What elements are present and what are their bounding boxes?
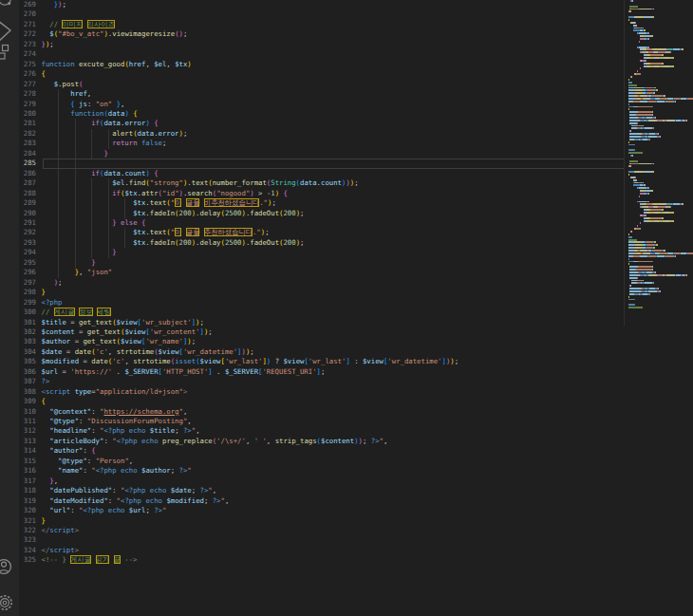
line-number[interactable]: 280 <box>19 109 36 119</box>
settings-gear-icon[interactable] <box>0 592 17 613</box>
account-icon[interactable] <box>0 557 15 576</box>
code-line[interactable]: 293 $tx.fadeIn(200).delay(2500).fadeOut(… <box>19 238 624 248</box>
line-number[interactable]: 325 <box>19 555 36 565</box>
code-line[interactable]: 317 }, <box>19 476 624 486</box>
line-number[interactable]: 308 <box>19 387 36 397</box>
code-line[interactable]: 312 "headline": "<?php echo $title; ?>", <box>19 426 624 436</box>
line-number[interactable]: 296 <box>19 268 36 277</box>
line-number[interactable]: 324 <box>19 546 36 555</box>
code-line[interactable]: 280 function(data) { <box>19 109 624 119</box>
line-number[interactable]: 282 <box>19 129 36 139</box>
current-code-line[interactable]: 285 <box>19 159 624 168</box>
line-number[interactable]: 277 <box>19 80 36 89</box>
code-line[interactable]: 319 "dateModified": "<?php echo $modifie… <box>19 496 624 506</box>
line-number[interactable]: 293 <box>19 238 36 248</box>
code-line[interactable]: 323 <box>19 535 624 545</box>
code-line[interactable]: 304$date = date('c', strtotime($view['wr… <box>19 347 624 357</box>
code-line[interactable]: 316 "name": "<?php echo $author; ?>" <box>19 466 624 476</box>
line-number[interactable]: 319 <box>19 496 36 506</box>
line-number[interactable]: 283 <box>19 139 36 148</box>
line-number[interactable]: 270 <box>19 9 36 19</box>
code-line[interactable]: 318 "datePublished": "<?php echo $date; … <box>19 486 624 495</box>
line-number[interactable]: 292 <box>19 228 36 237</box>
line-number[interactable]: 302 <box>19 327 36 337</box>
line-number[interactable]: 300 <box>19 308 36 317</box>
line-number[interactable]: 291 <box>19 218 36 228</box>
code-line[interactable]: 272 $("#bo_v_atc").viewimageresize(); <box>19 29 624 39</box>
code-line[interactable]: 298} <box>19 288 624 297</box>
line-number[interactable]: 281 <box>19 119 36 128</box>
code-line[interactable]: 269 }); <box>19 0 624 9</box>
code-line[interactable]: 300// 게시글 정보 세팅 <box>19 308 624 317</box>
code-line[interactable]: 288 if($tx.attr("id").search("nogood") >… <box>19 189 624 198</box>
line-number[interactable]: 276 <box>19 69 36 79</box>
line-number[interactable]: 297 <box>19 278 36 288</box>
code-line[interactable]: 282 alert(data.error); <box>19 129 624 139</box>
line-number[interactable]: 289 <box>19 198 36 208</box>
line-number[interactable]: 298 <box>19 288 36 297</box>
line-number[interactable]: 287 <box>19 178 36 188</box>
code-line[interactable]: 275function excute_good(href, $el, $tx) <box>19 60 624 69</box>
line-number[interactable]: 299 <box>19 298 36 308</box>
line-number[interactable]: 278 <box>19 89 36 99</box>
line-number[interactable]: 323 <box>19 535 36 545</box>
code-line[interactable]: 270 <box>19 9 624 19</box>
code-line[interactable]: 271 // 이미지 리사이즈 <box>19 20 624 29</box>
line-number[interactable]: 320 <box>19 506 36 515</box>
code-line[interactable]: 273}); <box>19 40 624 49</box>
line-number[interactable]: 315 <box>19 457 36 466</box>
code-line[interactable]: 313 "articleBody": "<?php echo preg_repl… <box>19 437 624 446</box>
line-number[interactable]: 272 <box>19 29 36 39</box>
line-number[interactable]: 310 <box>19 407 36 417</box>
code-line[interactable]: 295 } <box>19 258 624 268</box>
line-number[interactable]: 273 <box>19 40 36 49</box>
code-line[interactable]: 278 href, <box>19 89 624 99</box>
code-line[interactable]: 306$url = 'https://' . $_SERVER['HTTP_HO… <box>19 367 624 377</box>
chevron-run-icon[interactable] <box>0 19 13 44</box>
line-number[interactable]: 317 <box>19 476 36 486</box>
line-number[interactable]: 307 <box>19 377 36 386</box>
partial-circle-icon[interactable] <box>0 0 13 8</box>
line-number[interactable]: 285 <box>19 159 36 168</box>
line-number[interactable]: 304 <box>19 347 36 357</box>
code-line[interactable]: 307?> <box>19 377 624 386</box>
code-line[interactable]: 291 } else { <box>19 218 624 228</box>
line-number[interactable]: 314 <box>19 446 36 456</box>
line-number[interactable]: 316 <box>19 466 36 476</box>
code-editor[interactable]: 269 });270271 // 이미지 리사이즈272 $("#bo_v_at… <box>19 0 624 616</box>
code-line[interactable]: 315 "@type": "Person", <box>19 457 624 466</box>
code-line[interactable]: 299<?php <box>19 298 624 308</box>
code-line[interactable]: 292 $tx.text("이 글을 추천하셨습니다."); <box>19 228 624 237</box>
line-number[interactable]: 295 <box>19 258 36 268</box>
line-number[interactable]: 279 <box>19 100 36 109</box>
extensions-icon[interactable] <box>0 43 13 62</box>
line-number[interactable]: 303 <box>19 337 36 346</box>
code-line[interactable]: 311 "@type": "DiscussionForumPosting", <box>19 417 624 426</box>
line-number[interactable]: 305 <box>19 357 36 366</box>
code-line[interactable]: 302$content = get_text($view['wr_content… <box>19 327 624 337</box>
code-line[interactable]: 287 $el.find("strong").text(number_forma… <box>19 178 624 188</box>
line-number[interactable]: 318 <box>19 486 36 495</box>
line-number[interactable]: 309 <box>19 397 36 406</box>
code-line[interactable]: 314 "author": { <box>19 446 624 456</box>
code-line[interactable]: 308<script type="application/ld+json"> <box>19 387 624 397</box>
line-number[interactable]: 321 <box>19 516 36 526</box>
code-line[interactable]: 277 $.post( <box>19 80 624 89</box>
code-line[interactable]: 279 { js: "on" }, <box>19 100 624 109</box>
line-number[interactable]: 275 <box>19 60 36 69</box>
code-line[interactable]: 297 ); <box>19 278 624 288</box>
code-line[interactable]: 322</script> <box>19 526 624 535</box>
line-number[interactable]: 286 <box>19 169 36 178</box>
code-line[interactable]: 286 if(data.count) { <box>19 169 624 178</box>
activity-bar[interactable] <box>0 0 19 616</box>
line-number[interactable]: 313 <box>19 437 36 446</box>
code-line[interactable]: 284 } <box>19 149 624 159</box>
code-line[interactable]: 274 <box>19 49 624 59</box>
line-number[interactable]: 294 <box>19 248 36 257</box>
code-line[interactable]: 310 "@context": "https://schema.org", <box>19 407 624 417</box>
code-line[interactable]: 320 "url": "<?php echo $url; ?>" <box>19 506 624 515</box>
line-number[interactable]: 312 <box>19 426 36 436</box>
code-line[interactable]: 283 return false; <box>19 139 624 148</box>
code-line[interactable]: 325<!-- } 게시글 읽기 끝 --> <box>19 555 624 565</box>
code-line[interactable]: 290 $tx.fadeIn(200).delay(2500).fadeOut(… <box>19 209 624 218</box>
